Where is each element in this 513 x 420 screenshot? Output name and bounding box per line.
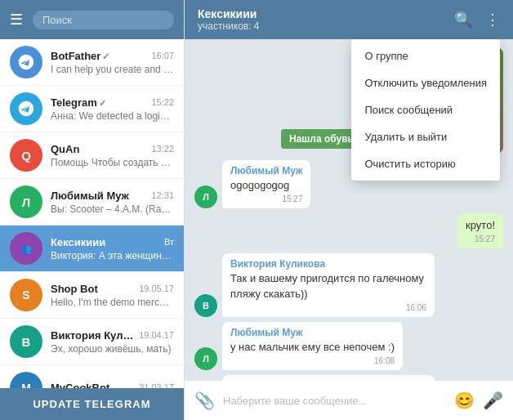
chat-info: BotFather✓ 16:07 I can help you create a… — [51, 50, 174, 75]
chat-name: BotFather✓ — [51, 50, 109, 62]
bubble: круто! 15:27 — [457, 213, 503, 248]
chat-time: 13:22 — [151, 144, 174, 154]
chat-name: Telegram✓ — [51, 96, 106, 109]
verified-icon: ✓ — [102, 51, 109, 61]
chat-preview: I can help you create and ma... — [51, 64, 174, 75]
update-telegram-button[interactable]: UPDATE TELEGRAM — [0, 388, 184, 420]
chat-item-husband[interactable]: Л Любимый Муж 12:31 Вы: Scooter – 4.A.M.… — [0, 179, 184, 226]
chat-item-telegram[interactable]: Telegram✓ 15:22 Анна: We detected a logi… — [0, 86, 184, 132]
search-input[interactable] — [42, 14, 164, 26]
message-row: круто! 15:27 — [194, 213, 503, 248]
hamburger-icon[interactable]: ☰ — [10, 11, 23, 29]
chat-time: 15:22 — [151, 97, 174, 107]
chat-header-icons: 🔍 ⋮ — [454, 11, 500, 29]
bubble-time: 15:27 — [466, 235, 495, 244]
chat-item-botfather[interactable]: BotFather✓ 16:07 I can help you create a… — [0, 39, 184, 86]
chat-name-row: QuAn 13:22 — [51, 143, 174, 155]
chat-item-mycookbot[interactable]: M MyCookBot 31.03.17 — [0, 365, 184, 388]
verified-icon: ✓ — [99, 98, 106, 108]
chat-info: Любимый Муж 12:31 Вы: Scooter – 4.A.M. (… — [51, 190, 174, 215]
chat-preview: Эх, хорошо живёшь, мать) — [51, 343, 174, 355]
bubble-sender: Виктория Куликова — [230, 380, 426, 381]
chat-name: MyCookBot — [51, 382, 109, 389]
bubble: Любимый Муж у нас мальчик ему все непоче… — [222, 322, 403, 370]
chat-name: QuAn — [51, 143, 79, 155]
chat-list: BotFather✓ 16:07 I can help you create a… — [0, 39, 184, 388]
chat-preview: Помощь Чтобы создать опл... — [51, 157, 174, 168]
avatar: Л — [10, 185, 42, 218]
attach-icon[interactable]: 📎 — [194, 391, 215, 410]
chat-time: 19.05.17 — [139, 284, 174, 293]
chat-info: Виктория Кулико... 19.04.17 Эх, хорошо ж… — [51, 329, 174, 355]
msg-avatar: В — [194, 294, 217, 317]
avatar: M — [10, 372, 42, 388]
chat-name: Shop Bot — [51, 283, 98, 295]
menu-item[interactable]: О группе — [351, 42, 500, 69]
search-wrap — [33, 11, 174, 29]
chat-header: Кексикиии участников: 4 🔍 ⋮ — [185, 0, 513, 39]
avatar: В — [10, 325, 42, 358]
msg-avatar: Л — [194, 185, 217, 208]
chat-info: Telegram✓ 15:22 Анна: We detected a logi… — [51, 96, 174, 122]
search-icon[interactable]: 🔍 — [454, 11, 472, 29]
chat-time: 19.04.17 — [139, 330, 174, 340]
bubble: Виктория Куликова А эта женщина постоянн… — [222, 375, 435, 381]
mic-icon[interactable]: 🎤 — [483, 391, 503, 410]
avatar — [10, 46, 42, 78]
chat-info: Кексикиии Вт Виктория: А эта женщина п..… — [51, 236, 174, 261]
chat-info: MyCookBot 31.03.17 — [51, 382, 174, 389]
bubble-time: 15:27 — [230, 194, 302, 203]
menu-item[interactable]: Удалить и выйти — [351, 123, 500, 150]
sidebar: ☰ BotFather✓ 16:07 I can help you create… — [0, 0, 185, 420]
chat-item-shopbot[interactable]: S Shop Bot 19.05.17 Hello, I'm the demo … — [0, 272, 184, 319]
chat-item-viktoriya[interactable]: В Виктория Кулико... 19.04.17 Эх, хорошо… — [0, 319, 184, 365]
bubble-time: 16:08 — [230, 356, 395, 365]
chat-time: 12:31 — [151, 190, 174, 200]
bubble-time: 16:06 — [230, 303, 426, 312]
avatar: Q — [10, 139, 42, 172]
chat-name: Виктория Кулико... — [51, 329, 136, 342]
chat-name-row: Виктория Кулико... 19.04.17 — [51, 329, 174, 342]
chat-info: Shop Bot 19.05.17 Hello, I'm the demo me… — [51, 283, 174, 308]
chat-item-keksikiiii[interactable]: 👥 Кексикиии Вт Виктория: А эта женщина п… — [0, 226, 184, 272]
chat-preview: Виктория: А эта женщина п... — [51, 250, 174, 261]
chat-header-name: Кексикиии — [198, 7, 454, 20]
chat-name-row: BotFather✓ 16:07 — [51, 50, 174, 62]
chat-name-row: Любимый Муж 12:31 — [51, 190, 174, 202]
chat-header-subtitle: участников: 4 — [198, 20, 454, 32]
avatar: 👥 — [10, 232, 42, 265]
bubble-sender: Виктория Куликова — [230, 258, 426, 270]
chat-item-quan[interactable]: Q QuAn 13:22 Помощь Чтобы создать опл... — [0, 132, 184, 179]
chat-name-row: MyCookBot 31.03.17 — [51, 382, 174, 389]
chat-time: Вт — [164, 237, 174, 247]
input-bar: 📎 😊 🎤 — [185, 381, 513, 420]
bubble: Виктория Куликова Так и вашему пригодитс… — [222, 253, 435, 316]
msg-avatar: Л — [194, 347, 217, 370]
chat-time: 31.03.17 — [139, 382, 174, 388]
bubble-sender: Любимый Муж — [230, 327, 395, 338]
chat-header-info: Кексикиии участников: 4 — [198, 7, 454, 32]
bubble-text: у нас мальчик ему все непочем :) — [230, 340, 395, 355]
message-row: В Виктория Куликова Так и вашему пригоди… — [194, 253, 503, 316]
chat-time: 16:07 — [151, 51, 174, 60]
chat-area: Кексикиии участников: 4 🔍 ⋮ — [185, 0, 513, 420]
bubble-sender: Любимый Муж — [230, 165, 302, 176]
menu-item[interactable]: Очистить историю — [351, 150, 500, 177]
sidebar-header: ☰ — [0, 0, 184, 39]
messages-container: Л Любимый Муж ogogogogog 15:27 круто! 15… — [194, 160, 503, 381]
emoji-icon[interactable]: 😊 — [454, 391, 475, 410]
message-input[interactable] — [223, 395, 446, 407]
chat-preview: Hello, I'm the demo merchan... — [51, 297, 174, 308]
message-row: Л Любимый Муж у нас мальчик ему все непо… — [194, 322, 503, 370]
avatar: S — [10, 279, 42, 311]
chat-preview: Анна: We detected a login in... — [51, 110, 174, 122]
menu-item[interactable]: Отключить уведомления — [351, 69, 500, 96]
chat-name: Кексикиии — [51, 236, 105, 248]
chat-info: QuAn 13:22 Помощь Чтобы создать опл... — [51, 143, 174, 168]
avatar — [10, 92, 42, 125]
menu-item[interactable]: Поиск сообщений — [351, 96, 500, 123]
bubble: Любимый Муж ogogogogog 15:27 — [222, 160, 310, 208]
chat-name: Любимый Муж — [51, 190, 129, 202]
more-icon[interactable]: ⋮ — [485, 11, 500, 29]
label-overlay: Нашла обувь — [281, 129, 362, 149]
